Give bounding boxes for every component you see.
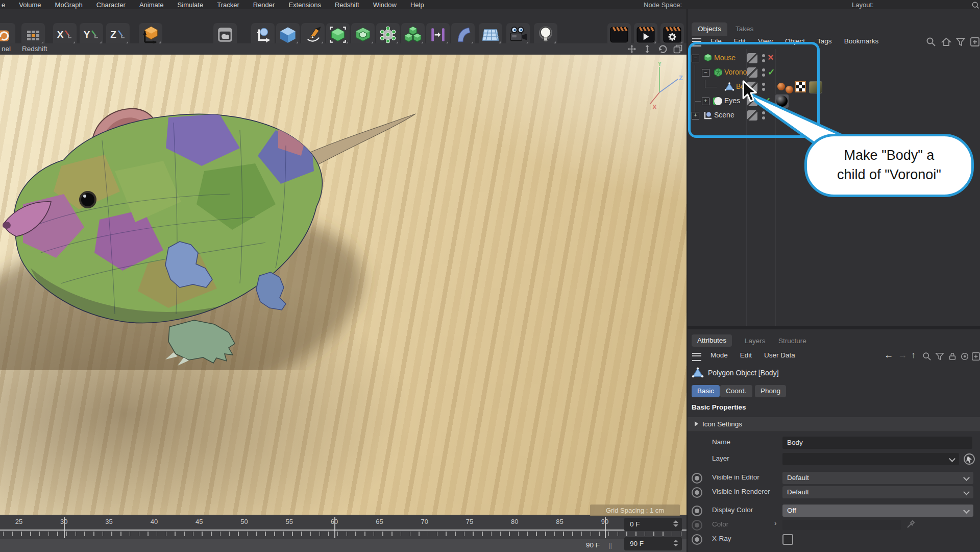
search-icon[interactable] [971, 1, 979, 9]
move-axes-icon [254, 26, 272, 43]
xray-checkbox[interactable] [782, 534, 793, 545]
x-axis-letter: X [57, 29, 64, 40]
tab-takes[interactable]: Takes [729, 22, 760, 36]
mouse-cursor [741, 80, 763, 104]
timeline-tick-label: 25 [15, 518, 22, 525]
om-menu-bookmarks[interactable]: Bookmarks [844, 37, 879, 45]
viewport-maximize-icon[interactable] [673, 44, 683, 54]
axis-label-x: X [652, 103, 657, 110]
menu-item-animate[interactable]: Animate [139, 1, 164, 9]
display-color-label: Display Color [712, 506, 753, 514]
chevron-down-icon[interactable] [949, 455, 955, 462]
mouse-model[interactable] [0, 100, 429, 370]
timeline-tick-label: 65 [376, 518, 383, 525]
tab-objects[interactable]: Objects [692, 22, 727, 36]
attr-menu-userdata[interactable]: User Data [764, 351, 795, 359]
search-icon[interactable] [926, 37, 936, 47]
tab-coord[interactable]: Coord. [720, 385, 752, 397]
timeline-range-bar[interactable]: 90 F || [0, 539, 687, 552]
chevron-down-icon [963, 489, 970, 495]
menu-item-tracker[interactable]: Tracker [217, 1, 239, 9]
timeline-tick-label: 70 [421, 518, 428, 525]
node-space-label: Node Space: [644, 1, 682, 9]
menu-item-volume[interactable]: Volume [19, 1, 41, 9]
viewport-rotate-icon[interactable] [657, 44, 668, 54]
menu-item-render[interactable]: Render [253, 1, 275, 9]
axis-gizmo: Y Z X [642, 62, 683, 110]
display-color-radio[interactable] [692, 506, 702, 516]
menu-item-extensions[interactable]: Extensions [288, 1, 321, 9]
menu-item-help[interactable]: Help [410, 1, 424, 9]
filter-icon[interactable] [955, 37, 966, 47]
visible-editor-radio[interactable] [692, 473, 702, 484]
tab-attributes[interactable]: Attributes [692, 334, 732, 347]
om-menu-tags[interactable]: Tags [817, 37, 832, 45]
viewport-pan-icon[interactable] [627, 44, 637, 54]
name-input[interactable]: Body [782, 437, 972, 449]
tab-structure[interactable]: Structure [778, 337, 806, 345]
layer-picker-icon[interactable] [963, 453, 975, 465]
end-frame-field[interactable]: 90 F [624, 537, 682, 550]
menu-item-mograph[interactable]: MoGraph [55, 1, 83, 9]
y-axis-icon [91, 30, 99, 40]
bend-shape-icon [454, 26, 472, 43]
attr-menu-mode[interactable]: Mode [710, 351, 728, 359]
timeline-ruler[interactable]: 2530354045505560657075808590 [0, 515, 687, 539]
visible-renderer-radio[interactable] [692, 487, 702, 498]
undo-icon [0, 26, 12, 43]
menu-item-simulate[interactable]: Simulate [178, 1, 204, 9]
motion-bars-icon [429, 26, 447, 43]
filter-icon[interactable] [935, 352, 944, 361]
xray-radio[interactable] [692, 534, 702, 545]
timeline-range-handle[interactable]: || [608, 541, 612, 549]
visible-renderer-label: Visible in Renderer [712, 488, 770, 495]
viewport-zoom-icon[interactable] [642, 44, 652, 54]
render-view-icon [216, 26, 234, 43]
menu-item-redshift[interactable]: Redshift [335, 1, 359, 9]
viewport-3d[interactable]: Y Z X [0, 55, 687, 515]
y-axis-letter: Y [84, 29, 90, 40]
home-icon[interactable] [941, 37, 951, 47]
x-axis-icon [64, 30, 72, 40]
target-icon[interactable] [960, 352, 969, 361]
current-frame-field[interactable]: 0 F [624, 518, 682, 531]
add-icon[interactable] [970, 37, 980, 47]
menu-item-window[interactable]: Window [373, 1, 397, 9]
viewport-menu-panel[interactable]: nel [2, 45, 11, 53]
layout-label: Layout: [852, 1, 874, 9]
visible-renderer-value: Default [787, 488, 809, 496]
clapperboard-play-icon [636, 27, 655, 43]
tab-basic[interactable]: Basic [692, 385, 720, 397]
layer-input[interactable] [782, 453, 959, 465]
viewport-menu-redshift[interactable]: Redshift [22, 45, 47, 53]
spinner-arrows-icon[interactable] [673, 520, 678, 527]
spinner-arrows-icon[interactable] [673, 540, 678, 546]
sds-cube-icon [329, 26, 347, 44]
add-panel-icon[interactable] [971, 352, 980, 361]
lock-icon[interactable] [948, 352, 957, 361]
menu-item-character[interactable]: Character [96, 1, 126, 9]
main-menu-items: e Volume MoGraph Character Animate Simul… [0, 1, 424, 9]
visible-editor-value: Default [787, 474, 809, 482]
attr-menu-edit[interactable]: Edit [740, 351, 752, 359]
clapperboard-icon [610, 27, 628, 43]
deformer-sphere-icon [379, 26, 397, 44]
object-title: Polygon Object [Body] [708, 369, 779, 377]
icon-settings-group[interactable]: Icon Settings [688, 417, 980, 432]
attributes-menu-icon[interactable] [692, 353, 701, 361]
color-swatch-field [782, 520, 901, 530]
visible-editor-select[interactable]: Default [782, 472, 973, 484]
back-arrow-icon[interactable]: ← [884, 350, 893, 361]
display-color-select[interactable]: Off [782, 505, 973, 517]
axis-label-z: Z [679, 74, 683, 82]
up-arrow-icon[interactable]: ↑ [911, 350, 916, 361]
tab-phong[interactable]: Phong [755, 385, 786, 397]
menu-item-truncated[interactable]: e [2, 1, 5, 9]
callout-line2: child of "Voronoi" [837, 165, 941, 185]
tab-layers[interactable]: Layers [745, 337, 766, 345]
forward-arrow-icon[interactable]: → [898, 350, 907, 361]
search-icon[interactable] [922, 352, 932, 361]
visible-renderer-select[interactable]: Default [782, 486, 973, 498]
open-cube-icon [354, 26, 372, 44]
group-label: Icon Settings [702, 420, 742, 428]
